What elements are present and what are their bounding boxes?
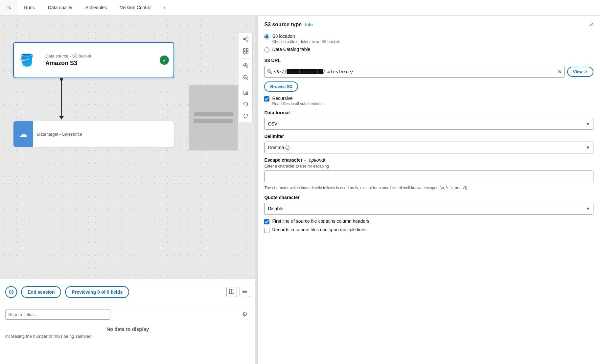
escape-char-input[interactable] <box>264 171 593 182</box>
first-line-headers-checkbox[interactable] <box>264 219 269 224</box>
top-nav: ils Runs Data quality Schedules Version … <box>0 0 256 16</box>
svg-point-2 <box>243 38 245 40</box>
canvas-area: 🪣 Data source - S3 bucket Amazon S3 ✓ ☁ … <box>0 16 255 279</box>
preview-bar: End session Previewing 0 of 0 fields <box>0 279 255 305</box>
escape-char-label: Escape character – <box>264 157 306 163</box>
svg-rect-22 <box>232 289 234 294</box>
target-node[interactable]: ☁ Data target - Salesforce <box>13 121 174 147</box>
s3-url-wrapper: 🔍 ✕ <box>264 66 564 78</box>
tab-details[interactable]: ils <box>0 0 17 15</box>
s3-url-search-icon: 🔍 <box>267 69 272 74</box>
no-data-message: No data to display <box>5 326 250 332</box>
right-panel: S3 source type Info ⤢ S3 location Choose… <box>257 16 600 364</box>
first-line-headers-option[interactable]: First line of source file contains colum… <box>264 218 593 224</box>
svg-rect-8 <box>246 52 248 53</box>
s3-url-clear-button[interactable]: ✕ <box>558 69 562 75</box>
delete-button[interactable] <box>241 87 251 98</box>
zoom-out-button[interactable] <box>241 72 251 83</box>
svg-rect-16 <box>244 91 248 95</box>
data-preview-header: ⚙ <box>5 309 250 320</box>
panel-header: S3 source type Info ⤢ <box>264 21 593 28</box>
delimiter-label: Delimiter <box>264 134 593 139</box>
first-line-headers-label: First line of source file contains colum… <box>272 218 369 224</box>
data-preview: ⚙ No data to display increasing the numb… <box>0 305 255 364</box>
end-session-button[interactable]: End session <box>21 286 61 298</box>
escape-char-row: Escape character – optional <box>264 157 593 163</box>
s3-node-content: Data source - S3 bucket Amazon S3 <box>40 50 173 71</box>
delimiter-select[interactable]: Comma (,) Tab Pipe (|) Semicolon (;) Oth… <box>264 142 593 153</box>
connection-line <box>61 79 62 118</box>
target-node-label: Data target - Salesforce <box>33 129 86 139</box>
overlay-bar-2 <box>194 119 233 123</box>
escape-char-helper: The character which immediately follows … <box>264 185 593 191</box>
tab-runs[interactable]: Runs <box>17 0 41 15</box>
fit-button[interactable] <box>241 46 251 56</box>
s3-location-label: S3 location Choose a file or folder in a… <box>272 34 340 44</box>
s3-location-radio[interactable] <box>264 34 269 39</box>
canvas-toolbar <box>239 32 253 123</box>
multiline-checkbox[interactable] <box>264 228 269 233</box>
svg-rect-5 <box>243 49 245 50</box>
share-button[interactable] <box>241 34 251 44</box>
tab-versioncontrol[interactable]: Version Control <box>113 0 158 15</box>
svg-rect-21 <box>229 289 231 294</box>
svg-point-1 <box>247 40 248 41</box>
delimiter-wrapper: Comma (,) Tab Pipe (|) Semicolon (;) Oth… <box>264 142 593 153</box>
s3-location-option[interactable]: S3 location Choose a file or folder in a… <box>264 34 593 44</box>
quote-char-label: Quote character <box>264 195 593 200</box>
connection-dot-top <box>60 78 63 81</box>
svg-point-0 <box>247 37 248 38</box>
s3-node-icon: 🪣 <box>14 43 40 78</box>
preview-fields-button[interactable]: Previewing 0 of 0 fields <box>65 286 129 298</box>
target-node-icon: ☁ <box>13 121 33 147</box>
data-format-label: Data format <box>264 110 593 115</box>
s3-url-row: 🔍 ✕ View ↗ <box>264 66 593 78</box>
layout-btn-1[interactable] <box>226 287 237 297</box>
browse-s3-button[interactable]: Browse S3 <box>264 81 298 92</box>
recursive-checkbox[interactable] <box>264 96 269 102</box>
data-catalog-label: Data Catalog table <box>272 47 310 52</box>
connection-arrow <box>59 116 64 120</box>
s3-url-section-label: S3 URL <box>264 58 593 63</box>
quote-char-select[interactable]: Disable Double quote (") Single quote ('… <box>264 203 593 215</box>
svg-rect-6 <box>246 49 248 50</box>
s3-source-type-group: S3 location Choose a file or folder in a… <box>264 34 593 53</box>
view-button[interactable]: View ↗ <box>567 67 593 77</box>
refresh-button[interactable] <box>5 286 17 298</box>
view-external-icon: ↗ <box>584 69 588 74</box>
s3-node-label: Data source - S3 bucket <box>45 54 168 58</box>
panel-expand-button[interactable]: ⤢ <box>588 21 593 28</box>
tab-dataquality[interactable]: Data quality <box>41 0 79 15</box>
data-catalog-radio[interactable] <box>264 47 269 53</box>
multiline-option[interactable]: Records in source files can span multipl… <box>264 227 593 233</box>
svg-line-4 <box>245 39 247 40</box>
s3-url-input[interactable] <box>264 66 564 78</box>
field-search-input[interactable] <box>5 309 110 320</box>
panel-info-link[interactable]: Info <box>305 22 312 27</box>
data-format-select[interactable]: CSV JSON Parquet ORC Avro XML <box>264 118 593 130</box>
escape-char-optional: optional <box>309 157 325 163</box>
s3-node[interactable]: 🪣 Data source - S3 bucket Amazon S3 ✓ <box>13 42 174 78</box>
panel-title: S3 source type <box>264 22 302 28</box>
overlay-bar-1 <box>194 112 233 116</box>
redo-button[interactable] <box>241 111 251 121</box>
layout-btn-2[interactable] <box>240 287 250 297</box>
data-format-wrapper: CSV JSON Parquet ORC Avro XML ▼ <box>264 118 593 130</box>
svg-line-3 <box>245 38 247 39</box>
s3-node-status: ✓ <box>160 56 169 65</box>
quote-char-wrapper: Disable Double quote (") Single quote ('… <box>264 203 593 215</box>
zoom-in-button[interactable] <box>241 60 251 71</box>
data-catalog-option[interactable]: Data Catalog table <box>264 47 593 53</box>
svg-rect-7 <box>243 52 245 53</box>
recursive-option[interactable]: Recursive Read files in all subdirectori… <box>264 96 593 106</box>
no-data-sub: increasing the number of rows being samp… <box>5 334 250 339</box>
undo-button[interactable] <box>241 99 251 109</box>
nav-more-arrow[interactable]: › <box>158 0 171 15</box>
s3-node-title: Amazon S3 <box>45 60 168 67</box>
settings-button[interactable]: ⚙ <box>240 309 250 320</box>
escape-char-sublabel: Enter a character to use for escaping <box>264 164 593 169</box>
multiline-label: Records in source files can span multipl… <box>272 227 366 232</box>
tab-schedules[interactable]: Schedules <box>79 0 113 15</box>
recursive-label: Recursive Read files in all subdirectori… <box>272 96 326 106</box>
canvas-overlay <box>189 85 238 150</box>
